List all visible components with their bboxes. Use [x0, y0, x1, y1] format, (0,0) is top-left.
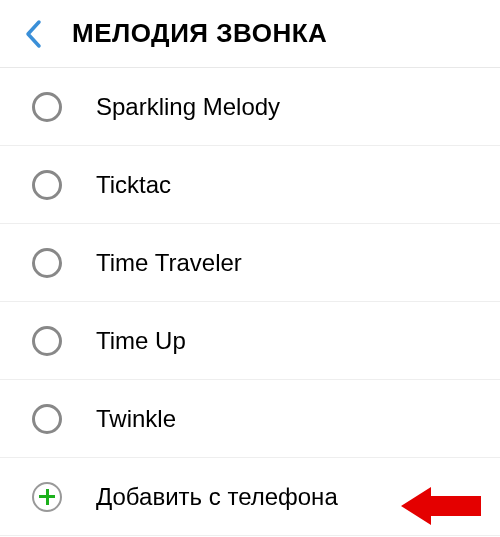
plus-icon[interactable] [32, 482, 62, 512]
add-from-phone-label: Добавить с телефона [96, 483, 338, 511]
radio-icon[interactable] [32, 404, 62, 434]
ringtone-item[interactable]: Time Up [0, 302, 500, 380]
ringtone-label: Time Traveler [96, 249, 242, 277]
radio-icon[interactable] [32, 92, 62, 122]
ringtone-item[interactable]: Sparkling Melody [0, 68, 500, 146]
ringtone-label: Time Up [96, 327, 186, 355]
ringtone-label: Sparkling Melody [96, 93, 280, 121]
radio-icon[interactable] [32, 326, 62, 356]
ringtone-label: Ticktac [96, 171, 171, 199]
ringtone-item[interactable]: Time Traveler [0, 224, 500, 302]
radio-icon[interactable] [32, 170, 62, 200]
page-title: МЕЛОДИЯ ЗВОНКА [72, 18, 327, 49]
header: МЕЛОДИЯ ЗВОНКА [0, 0, 500, 68]
radio-icon[interactable] [32, 248, 62, 278]
ringtone-item[interactable]: Twinkle [0, 380, 500, 458]
ringtone-list: Sparkling Melody Ticktac Time Traveler T… [0, 68, 500, 536]
add-from-phone-item[interactable]: Добавить с телефона [0, 458, 500, 536]
back-icon[interactable] [18, 19, 48, 49]
ringtone-item[interactable]: Ticktac [0, 146, 500, 224]
ringtone-label: Twinkle [96, 405, 176, 433]
